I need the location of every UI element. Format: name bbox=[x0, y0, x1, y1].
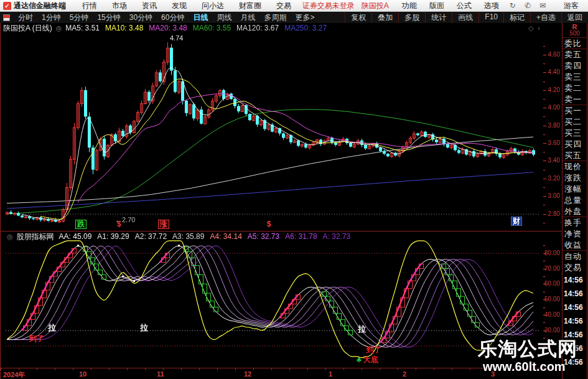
trade-time-3: 14:56 bbox=[562, 314, 587, 328]
menubar-right-item-0[interactable]: 功能 bbox=[402, 1, 417, 11]
indicator-values: AA: 45.09A1: 39.29A2: 37.72A3: 35.89A4: … bbox=[59, 232, 357, 241]
user-badge[interactable]: 游客 bbox=[564, 1, 579, 11]
period-tab-3[interactable]: 15分钟 bbox=[93, 12, 124, 23]
quote-row-2[interactable]: 卖四 bbox=[562, 60, 587, 72]
ma-legend: MA5: 3.51MA10: 3.48MA20: 3.48MA60: 3.55M… bbox=[65, 24, 332, 32]
period-tab-0[interactable]: 分时 bbox=[14, 12, 37, 23]
menubar: ✓ 通达信金融终端 行情市场资讯发现问小达财富圈交易 证券交易未登录 陕国投A … bbox=[0, 0, 588, 12]
login-status[interactable]: 证券交易未登录 bbox=[302, 1, 355, 11]
menubar-icon-1[interactable]: ✆ bbox=[525, 1, 531, 10]
quote-row-15[interactable]: 外盘 bbox=[562, 206, 587, 217]
indicator-value-3: A3: 35.89 bbox=[172, 232, 204, 241]
menu-item-1[interactable]: 市场 bbox=[112, 1, 127, 11]
quote-row-0[interactable]: 委比 bbox=[562, 38, 587, 49]
window-mode-icon[interactable] bbox=[3, 14, 10, 21]
quote-row-20[interactable]: 交易 bbox=[562, 262, 587, 273]
quote-row-13[interactable]: 涨幅 bbox=[562, 184, 587, 195]
period-tab-8[interactable]: 月线 bbox=[236, 12, 259, 23]
period-tab-6[interactable]: 日线 bbox=[189, 12, 212, 23]
tool-button-7[interactable]: +自选 bbox=[530, 12, 561, 23]
quote-row-6[interactable]: 买一 bbox=[562, 105, 587, 116]
period-tab-9[interactable]: 多周期 bbox=[259, 12, 291, 23]
menu-item-6[interactable]: 交易 bbox=[276, 1, 291, 11]
main-chart-panel: 陕国投A (日线) ◎ MA5: 3.51MA10: 3.48MA20: 3.4… bbox=[1, 23, 562, 231]
indicator-value-6: A6: 31.78 bbox=[285, 232, 317, 241]
period-tab-4[interactable]: 30分钟 bbox=[125, 12, 157, 23]
quote-row-3[interactable]: 卖三 bbox=[562, 72, 587, 83]
quote-row-14[interactable]: 总量 bbox=[562, 195, 587, 206]
quote-row-18[interactable]: 收益 bbox=[562, 240, 587, 251]
period-tab-5[interactable]: 60分钟 bbox=[157, 12, 189, 23]
period-toolbar: 分时1分钟5分钟15分钟30分钟60分钟日线周线月线多周期更多> 复权叠加多股统… bbox=[0, 12, 588, 23]
candlestick-canvas[interactable] bbox=[1, 23, 562, 231]
tool-button-8[interactable]: 返回 bbox=[561, 12, 588, 23]
indicator-header: ◎ 股朋指标网 AA: 45.09A1: 39.29A2: 37.72A3: 3… bbox=[1, 232, 562, 241]
menubar-right-item-3[interactable]: 选项 bbox=[484, 1, 499, 11]
timeline-label-2: 11 bbox=[157, 370, 164, 378]
tool-button-3[interactable]: 统计 bbox=[425, 12, 452, 23]
menu-item-0[interactable]: 行情 bbox=[82, 1, 97, 11]
trade-time-2: 14:56 bbox=[562, 301, 587, 314]
quote-row-11[interactable]: 现价 bbox=[562, 161, 587, 172]
period-tab-7[interactable]: 周线 bbox=[212, 12, 236, 23]
ma-legend-item-0: MA5: 3.51 bbox=[65, 24, 100, 32]
quote-row-12[interactable]: 涨跌 bbox=[562, 172, 587, 184]
app-title: 通达信金融终端 bbox=[14, 1, 66, 11]
quote-row-19[interactable]: 自动 bbox=[562, 251, 587, 262]
timeline-label-5: 2 bbox=[403, 370, 406, 378]
quote-row-5[interactable]: 卖一 bbox=[562, 94, 587, 105]
menu-item-2[interactable]: 资讯 bbox=[142, 1, 157, 11]
quote-row-16[interactable]: 换手 bbox=[562, 217, 587, 228]
menubar-right-item-2[interactable]: 公式 bbox=[457, 1, 472, 11]
tool-button-2[interactable]: 多股 bbox=[398, 12, 425, 23]
tool-button-6[interactable]: 标记 bbox=[503, 12, 530, 23]
period-tabs: 分时1分钟5分钟15分钟30分钟60分钟日线周线月线多周期更多> bbox=[14, 12, 319, 23]
quote-row-8[interactable]: 买三 bbox=[562, 128, 587, 139]
quote-row-10[interactable]: 买五 bbox=[562, 150, 587, 161]
quote-row-4[interactable]: 卖二 bbox=[562, 83, 587, 94]
app-logo-icon[interactable]: ✓ bbox=[3, 2, 11, 10]
period-tab-1[interactable]: 1分钟 bbox=[37, 12, 65, 23]
trade-time-0: 14:56 bbox=[562, 273, 587, 287]
ma-legend-item-3: MA60: 3.55 bbox=[193, 24, 231, 32]
indicator-value-2: A2: 37.72 bbox=[135, 232, 167, 241]
tool-button-5[interactable]: F10 bbox=[478, 12, 503, 23]
quote-row-7[interactable]: 买二 bbox=[562, 116, 587, 128]
watermark-title: 乐淘公式网 bbox=[478, 339, 577, 360]
current-stock-label[interactable]: 陕国投A bbox=[362, 1, 389, 11]
main-menu: 行情市场资讯发现问小达财富圈交易 bbox=[75, 1, 299, 11]
timeline-label-0: 2024年 bbox=[3, 370, 25, 379]
watermark-url: www.60lt.com bbox=[483, 360, 577, 373]
chart-column: 陕国投A (日线) ◎ MA5: 3.51MA10: 3.48MA20: 3.4… bbox=[0, 23, 562, 379]
quote-row-9[interactable]: 买四 bbox=[562, 139, 587, 150]
menu-item-4[interactable]: 问小达 bbox=[202, 1, 224, 11]
menu-item-3[interactable]: 发现 bbox=[172, 1, 187, 11]
menubar-right: 证券交易未登录 陕国投A 功能版面公式选项 ↻✆✉ 游客 bbox=[302, 1, 585, 11]
quote-row-17[interactable]: 净资 bbox=[562, 228, 587, 240]
quote-row-1[interactable]: 卖五 bbox=[562, 49, 587, 60]
menu-item-5[interactable]: 财富圈 bbox=[239, 1, 261, 11]
main-chart-header: 陕国投A (日线) ◎ MA5: 3.51MA10: 3.48MA20: 3.4… bbox=[1, 23, 562, 33]
period-tab-10[interactable]: 更多> bbox=[291, 12, 319, 23]
menubar-right-item-1[interactable]: 版面 bbox=[429, 1, 444, 11]
menubar-icon-0[interactable]: ↻ bbox=[510, 1, 516, 10]
tool-button-0[interactable]: 复权 bbox=[345, 12, 371, 23]
quote-strip-header: R 500 bbox=[562, 23, 587, 38]
timeline-label-1: 10 bbox=[79, 370, 86, 378]
indicator-value-1: A1: 39.29 bbox=[97, 232, 129, 241]
panel-corner-icons[interactable]: ◇‹ bbox=[528, 24, 544, 32]
tool-button-1[interactable]: 叠加 bbox=[371, 12, 398, 23]
menubar-right-menu: 功能版面公式选项 bbox=[396, 1, 505, 11]
menubar-icon-2[interactable]: ✉ bbox=[539, 1, 546, 10]
ma-legend-item-1: MA10: 3.48 bbox=[105, 24, 143, 32]
indicator-value-7: A: 32.73 bbox=[323, 232, 351, 241]
ma-legend-item-2: MA20: 3.48 bbox=[149, 24, 187, 32]
quote-strip: R 500 委比卖五卖四卖三卖二卖一买一买二买三买四买五现价涨跌涨幅总量外盘换手… bbox=[562, 23, 587, 379]
collapse-icon[interactable]: ◎ bbox=[56, 24, 62, 32]
collapse-icon[interactable]: ◎ bbox=[7, 233, 13, 241]
tool-button-4[interactable]: 画线 bbox=[452, 12, 478, 23]
workspace: 陕国投A (日线) ◎ MA5: 3.51MA10: 3.48MA20: 3.4… bbox=[0, 23, 588, 379]
period-tab-2[interactable]: 5分钟 bbox=[65, 12, 93, 23]
quote-rows: 委比卖五卖四卖三卖二卖一买一买二买三买四买五现价涨跌涨幅总量外盘换手净资收益自动… bbox=[562, 38, 587, 273]
timeline-label-3: 12 bbox=[244, 370, 251, 378]
